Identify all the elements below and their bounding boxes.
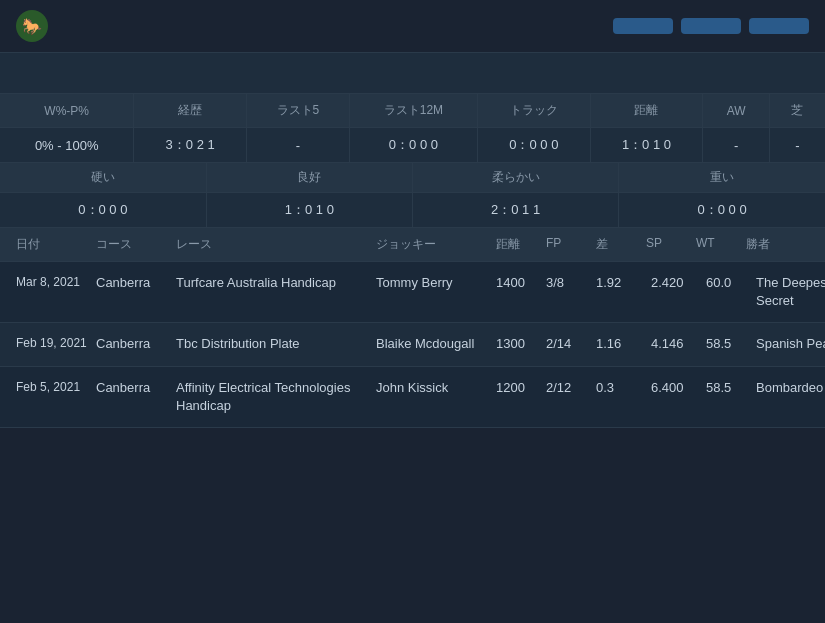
history-cell: Feb 5, 2021 bbox=[16, 379, 96, 396]
history-cell: 58.5 bbox=[706, 379, 756, 397]
history-cell: 2.420 bbox=[651, 274, 706, 292]
ground-header-row: 硬い良好柔らかい重い bbox=[0, 163, 825, 193]
history-cell: 4.146 bbox=[651, 335, 706, 353]
odds-buttons bbox=[613, 18, 809, 34]
stats-section: W%-P%経歴ラスト5ラスト12Mトラック距離AW芝 0% - 100%3：0 … bbox=[0, 94, 825, 228]
history-col-header: コース bbox=[96, 236, 176, 253]
odds-button-2[interactable] bbox=[681, 18, 741, 34]
history-cell: Affinity Electrical Technologies Handica… bbox=[176, 379, 376, 415]
history-cell: 1400 bbox=[496, 274, 546, 292]
history-row: Feb 5, 2021CanberraAffinity Electrical T… bbox=[0, 367, 825, 428]
ground-table: 硬い良好柔らかい重い 0：0 0 01：0 1 02：0 1 10：0 0 0 bbox=[0, 162, 825, 227]
history-col-header: WT bbox=[696, 236, 746, 253]
history-cell: Spanish Pearl bbox=[756, 335, 825, 353]
history-cell: John Kissick bbox=[376, 379, 496, 397]
history-col-header: 差 bbox=[596, 236, 646, 253]
history-cell: 1200 bbox=[496, 379, 546, 397]
history-cell: Feb 19, 2021 bbox=[16, 335, 96, 352]
history-col-header: SP bbox=[646, 236, 696, 253]
history-cell: 6.400 bbox=[651, 379, 706, 397]
history-cell: 3/8 bbox=[546, 274, 596, 292]
history-cell: 2/14 bbox=[546, 335, 596, 353]
odds-button-1[interactable] bbox=[613, 18, 673, 34]
history-header: 日付コースレースジョッキー距離FP差SPWT勝者 bbox=[0, 228, 825, 262]
history-row: Mar 8, 2021CanberraTurfcare Australia Ha… bbox=[0, 262, 825, 323]
stats-table: W%-P%経歴ラスト5ラスト12Mトラック距離AW芝 0% - 100%3：0 … bbox=[0, 94, 825, 162]
history-races-container: Mar 8, 2021CanberraTurfcare Australia Ha… bbox=[0, 262, 825, 428]
history-cell: 0.3 bbox=[596, 379, 651, 397]
info-section bbox=[0, 53, 825, 94]
info-left-col bbox=[16, 67, 216, 79]
history-col-header: 勝者 bbox=[746, 236, 825, 253]
history-cell: Tommy Berry bbox=[376, 274, 496, 292]
history-col-header: ジョッキー bbox=[376, 236, 496, 253]
history-cell: 1.16 bbox=[596, 335, 651, 353]
history-col-header: FP bbox=[546, 236, 596, 253]
info-center-col bbox=[224, 67, 601, 79]
history-cell: Mar 8, 2021 bbox=[16, 274, 96, 291]
history-cell: Blaike Mcdougall bbox=[376, 335, 496, 353]
history-col-header: 日付 bbox=[16, 236, 96, 253]
history-col-header: 距離 bbox=[496, 236, 546, 253]
history-cell: 2/12 bbox=[546, 379, 596, 397]
info-right-col bbox=[609, 67, 809, 79]
history-cell: 58.5 bbox=[706, 335, 756, 353]
horse-header: 🐎 bbox=[0, 0, 825, 53]
stats-header-row: W%-P%経歴ラスト5ラスト12Mトラック距離AW芝 bbox=[0, 94, 825, 128]
stats-data-row: 0% - 100%3：0 2 1-0：0 0 00：0 0 01：0 1 0-- bbox=[0, 128, 825, 163]
history-cell: Turfcare Australia Handicap bbox=[176, 274, 376, 292]
ground-data-row: 0：0 0 01：0 1 02：0 1 10：0 0 0 bbox=[0, 193, 825, 228]
history-cell: Canberra bbox=[96, 379, 176, 397]
history-cell: The Deepest Secret bbox=[756, 274, 825, 310]
history-cell: 1300 bbox=[496, 335, 546, 353]
history-row: Feb 19, 2021CanberraTbc Distribution Pla… bbox=[0, 323, 825, 366]
history-cell: Canberra bbox=[96, 335, 176, 353]
odds-button-3[interactable] bbox=[749, 18, 809, 34]
history-section: 日付コースレースジョッキー距離FP差SPWT勝者 Mar 8, 2021Canb… bbox=[0, 228, 825, 428]
horse-icon: 🐎 bbox=[16, 10, 48, 42]
history-cell: Canberra bbox=[96, 274, 176, 292]
history-cell: 1.92 bbox=[596, 274, 651, 292]
history-cell: Bombardeo bbox=[756, 379, 825, 397]
history-cell: 60.0 bbox=[706, 274, 756, 292]
history-col-header: レース bbox=[176, 236, 376, 253]
history-cell: Tbc Distribution Plate bbox=[176, 335, 376, 353]
